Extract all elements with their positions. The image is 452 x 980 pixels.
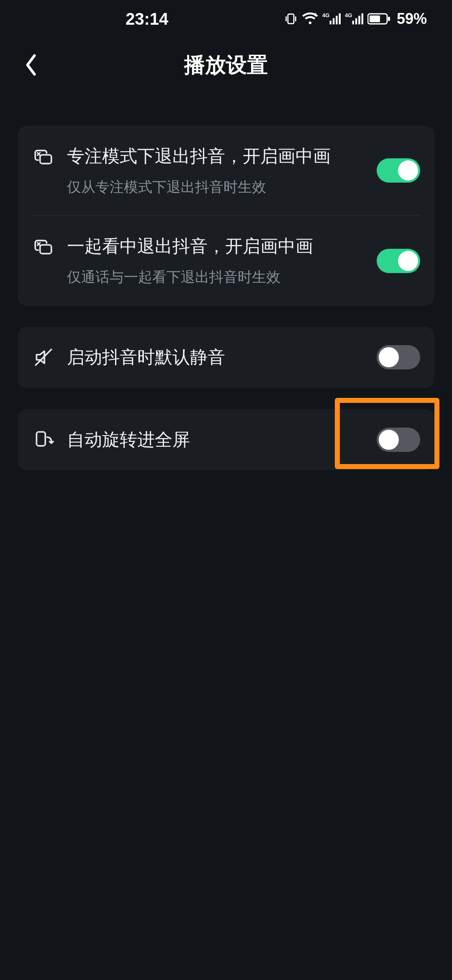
svg-rect-5 (336, 16, 337, 25)
toggle-pip-focus[interactable] (377, 158, 420, 183)
pip-icon (32, 146, 55, 169)
pip-icon (32, 236, 55, 259)
row-auto-rotate[interactable]: 自动旋转进全屏 (32, 409, 420, 471)
nav-bar: 播放设置 (0, 38, 452, 92)
signal-1-icon: 4G (322, 12, 341, 26)
settings-group-mute: 启动抖音时默认静音 (18, 327, 434, 388)
settings-group-pip: 专注模式下退出抖音，开启画中画 仅从专注模式下退出抖音时生效 一起看中退出抖音，… (18, 126, 434, 306)
toggle-pip-watch-together[interactable] (377, 249, 420, 273)
svg-rect-6 (339, 13, 341, 24)
chevron-left-icon (24, 53, 38, 77)
row-subtitle: 仅从专注模式下退出抖音时生效 (67, 177, 365, 197)
settings-content: 专注模式下退出抖音，开启画中画 仅从专注模式下退出抖音时生效 一起看中退出抖音，… (0, 92, 452, 470)
row-default-mute[interactable]: 启动抖音时默认静音 (32, 327, 420, 388)
status-icons: 6 4G 4G (284, 10, 427, 28)
back-button[interactable] (18, 52, 44, 77)
svg-rect-0 (288, 14, 294, 24)
svg-rect-13 (370, 15, 380, 22)
toggle-default-mute[interactable] (377, 345, 420, 369)
svg-rect-15 (40, 155, 51, 164)
row-title: 启动抖音时默认静音 (67, 345, 365, 370)
mute-icon (32, 346, 55, 369)
svg-text:4G: 4G (322, 12, 330, 18)
row-subtitle: 仅通话与一起看下退出抖音时生效 (67, 267, 365, 287)
page-title: 播放设置 (0, 51, 452, 79)
status-time: 23:14 (126, 10, 168, 28)
row-title: 专注模式下退出抖音，开启画中画 (67, 144, 365, 169)
toggle-auto-rotate[interactable] (377, 428, 420, 452)
svg-text:6: 6 (314, 12, 316, 17)
svg-rect-4 (333, 18, 334, 25)
svg-rect-9 (355, 18, 357, 25)
row-pip-focus[interactable]: 专注模式下退出抖音，开启画中画 仅从专注模式下退出抖音时生效 (32, 126, 420, 215)
svg-rect-3 (330, 21, 331, 24)
svg-rect-14 (388, 17, 390, 21)
svg-rect-18 (36, 432, 45, 446)
rotate-icon (32, 428, 55, 451)
battery-percent: 59% (397, 10, 427, 28)
battery-icon (367, 13, 391, 25)
wifi-icon: 6 (302, 12, 318, 26)
row-pip-watch-together[interactable]: 一起看中退出抖音，开启画中画 仅通话与一起看下退出抖音时生效 (32, 215, 420, 305)
row-title: 自动旋转进全屏 (67, 428, 365, 452)
svg-rect-16 (40, 245, 51, 254)
status-bar: 23:14 6 4G 4G (0, 0, 452, 38)
svg-text:4G: 4G (345, 12, 352, 18)
svg-rect-11 (362, 13, 363, 24)
vibrate-icon (284, 12, 298, 26)
svg-rect-10 (358, 16, 360, 25)
signal-2-icon: 4G (345, 12, 363, 26)
svg-rect-8 (352, 21, 354, 24)
settings-group-rotate: 自动旋转进全屏 (18, 409, 434, 471)
row-title: 一起看中退出抖音，开启画中画 (67, 234, 365, 259)
